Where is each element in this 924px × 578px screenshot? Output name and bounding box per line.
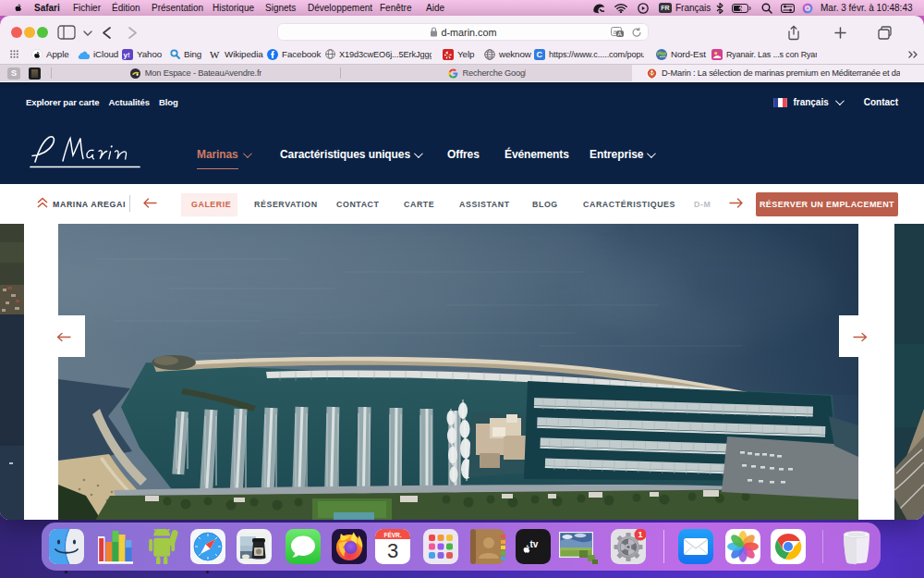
svg-text:y!: y!	[124, 51, 130, 59]
svg-text:1: 1	[638, 530, 642, 539]
svg-text:3: 3	[387, 539, 398, 562]
svg-text:FÉVR.: FÉVR.	[383, 531, 401, 538]
svg-text:C: C	[537, 50, 543, 59]
svg-text:W: W	[210, 49, 220, 59]
svg-text:A: A	[618, 31, 623, 37]
svg-text:tv: tv	[530, 539, 539, 549]
svg-text:a: a	[614, 29, 617, 35]
